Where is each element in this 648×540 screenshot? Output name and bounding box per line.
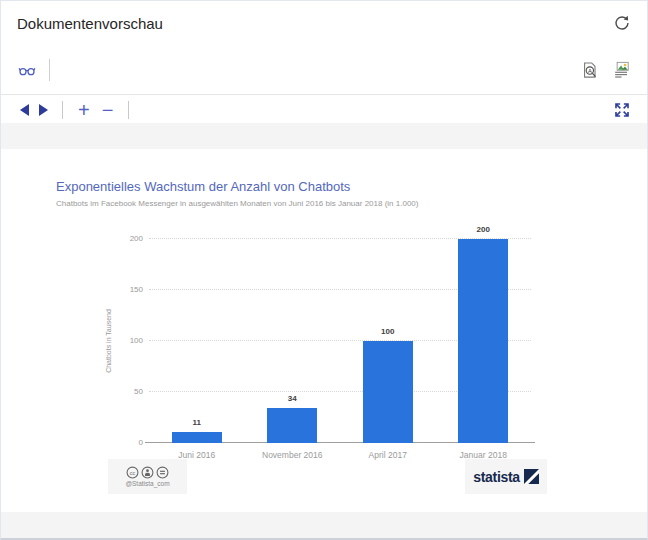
preview-margin-bottom xyxy=(1,512,647,538)
y-tick-label: 200 xyxy=(130,235,143,243)
expand-arrows-icon xyxy=(613,101,631,119)
x-axis-label: April 2017 xyxy=(340,450,436,460)
chart-subtitle: Chatbots im Facebook Messenger in ausgew… xyxy=(56,199,418,208)
fullscreen-button[interactable] xyxy=(611,99,633,121)
bar-value-label: 11 xyxy=(149,418,245,427)
statista-handle: @Statista_com xyxy=(125,480,169,487)
navigation-toolbar: + − xyxy=(1,96,647,123)
document-search-button[interactable]: A xyxy=(578,58,602,82)
triangle-right-icon xyxy=(39,104,48,116)
zoom-out-button[interactable]: − xyxy=(96,101,120,119)
toolbar-divider xyxy=(128,101,129,119)
page-title: Dokumentenvorschau xyxy=(17,15,611,32)
svg-text:A: A xyxy=(588,67,592,73)
cc-by-person-icon xyxy=(141,466,154,479)
chart-title: Exponentielles Wachstum der Anzahl von C… xyxy=(56,179,350,194)
bar-januar-2018 xyxy=(458,239,508,443)
zoom-in-button[interactable]: + xyxy=(72,101,96,119)
statista-logo: statista xyxy=(465,459,547,494)
document-image-icon xyxy=(612,60,631,79)
bar-value-label: 200 xyxy=(436,225,532,234)
refresh-button[interactable] xyxy=(611,12,633,34)
bar-juni-2016 xyxy=(172,432,222,443)
header: Dokumentenvorschau xyxy=(1,1,647,45)
glasses-icon xyxy=(17,60,37,80)
svg-text:cc: cc xyxy=(130,470,136,476)
toolbar-divider xyxy=(49,59,50,81)
preview-margin-top xyxy=(1,123,647,149)
document-page: Exponentielles Wachstum der Anzahl von C… xyxy=(1,149,647,512)
statista-logo-text: statista xyxy=(473,469,520,485)
refresh-icon xyxy=(613,14,631,32)
bar-april-2017 xyxy=(363,341,413,443)
document-search-icon: A xyxy=(580,60,600,80)
y-tick-label: 50 xyxy=(134,388,143,396)
bar-november-2016 xyxy=(267,408,317,443)
statista-logo-mark xyxy=(524,469,539,484)
y-axis-ticks: 050100150200 xyxy=(115,239,143,443)
next-page-button[interactable] xyxy=(34,102,53,118)
x-axis-label: November 2016 xyxy=(245,450,341,460)
preview-toolbar: A xyxy=(1,45,647,95)
cc-icon: cc xyxy=(126,466,139,479)
y-axis-label: Chatbots in Tausend xyxy=(105,239,115,443)
license-badge: cc @Statista_com xyxy=(108,459,187,494)
cc-nd-equals-icon xyxy=(156,466,169,479)
y-tick-label: 100 xyxy=(130,337,143,345)
previous-page-button[interactable] xyxy=(15,102,34,118)
cc-license-icons: cc xyxy=(126,466,169,479)
chart-plot-area: 1134100200 xyxy=(149,239,531,443)
y-tick-label: 150 xyxy=(130,286,143,294)
read-mode-button[interactable] xyxy=(15,58,39,82)
triangle-left-icon xyxy=(20,104,29,116)
y-tick-label: 0 xyxy=(139,439,143,447)
thumbnail-view-button[interactable] xyxy=(610,58,633,81)
bar-value-label: 34 xyxy=(245,394,341,403)
bar-value-label: 100 xyxy=(340,327,436,336)
document-preview-window: Dokumentenvorschau A xyxy=(0,0,648,540)
toolbar-divider xyxy=(62,101,63,119)
